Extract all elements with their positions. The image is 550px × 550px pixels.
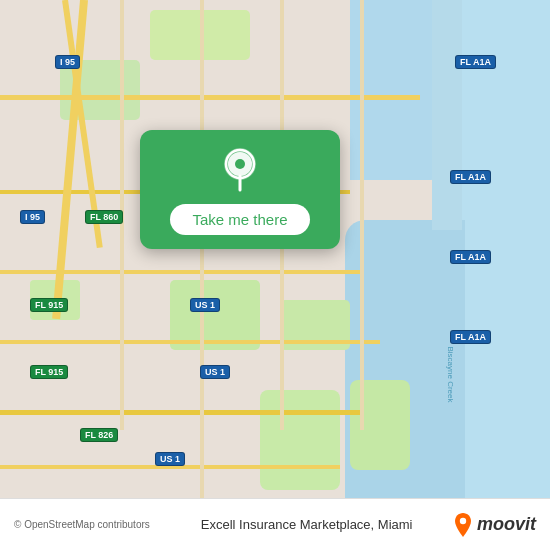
highway-shield-a1a_3: FL A1A (450, 250, 491, 264)
bottom-bar: © OpenStreetMap contributors Excell Insu… (0, 498, 550, 550)
highway-shield-fl915_1: FL 915 (30, 298, 68, 312)
highway-shield-us1_4: US 1 (155, 452, 185, 466)
take-me-there-button[interactable]: Take me there (170, 204, 309, 235)
park-5 (350, 380, 410, 470)
road-h5 (0, 410, 360, 415)
road-h1 (0, 95, 420, 100)
highway-shield-i95_1: I 95 (55, 55, 80, 69)
location-pin-icon (220, 146, 260, 194)
highway-shield-fl860: FL 860 (85, 210, 123, 224)
highway-shield-us1_2: US 1 (190, 298, 220, 312)
highway-shield-fl826: FL 826 (80, 428, 118, 442)
moovit-pin-icon (453, 513, 473, 537)
place-name: Excell Insurance Marketplace, Miami (160, 517, 453, 532)
ocean (460, 0, 550, 550)
highway-shield-a1a_1: FL A1A (455, 55, 496, 69)
highway-shield-fl915_2: FL 915 (30, 365, 68, 379)
map-container: Biscayne Creek I 95I 95US 1US 1US 1US 1F… (0, 0, 550, 550)
waterway-label: Biscayne Creek (445, 346, 454, 402)
intracoastal (432, 0, 462, 230)
park-6 (260, 390, 340, 490)
highway-shield-i95_2: I 95 (20, 210, 45, 224)
road-v4 (360, 0, 364, 430)
road-v2 (200, 0, 204, 550)
road-h4 (0, 340, 380, 344)
highway-shield-us1_3: US 1 (200, 365, 230, 379)
road-h3 (0, 270, 360, 274)
copyright-text: © OpenStreetMap contributors (14, 519, 160, 530)
svg-point-4 (460, 517, 466, 523)
highway-shield-a1a_4: FL A1A (450, 330, 491, 344)
location-icon-wrapper (216, 146, 264, 194)
moovit-text: moovit (477, 514, 536, 535)
svg-point-2 (235, 159, 245, 169)
card-overlay: Take me there (140, 130, 340, 249)
highway-shield-a1a_2: FL A1A (450, 170, 491, 184)
moovit-logo: moovit (453, 513, 536, 537)
